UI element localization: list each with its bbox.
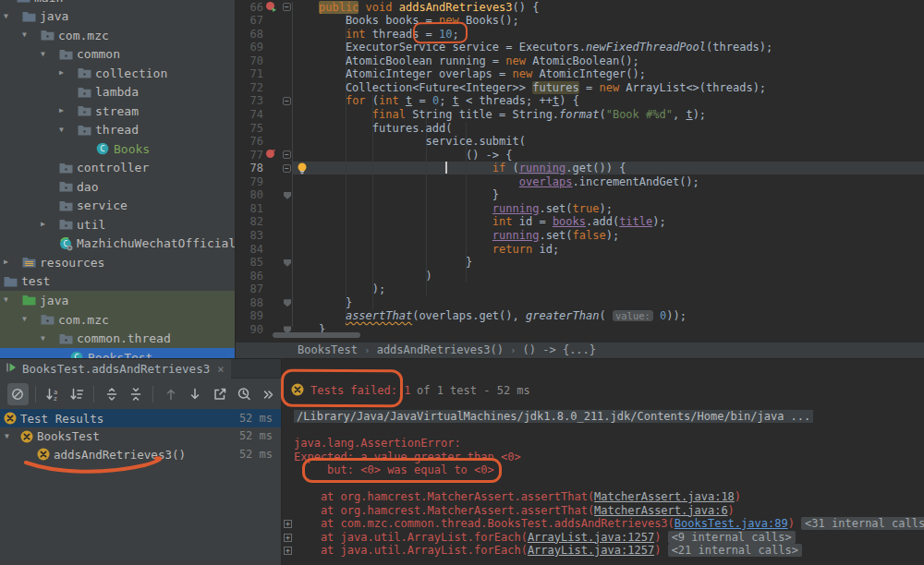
code-line-82[interactable]: 82 int id = books.add(title); xyxy=(236,215,924,229)
package-icon xyxy=(78,66,91,81)
expand-frames-icon[interactable]: + xyxy=(284,547,292,555)
code-line-77[interactable]: 77− () -> { xyxy=(236,148,924,162)
test-run-tab[interactable]: BooksTest.addsAndRetrieves3 × xyxy=(0,359,231,379)
chevron-expanded-icon[interactable]: ▼ xyxy=(59,126,64,134)
fold-marker-icon[interactable]: − xyxy=(283,97,291,105)
close-tab-icon[interactable]: × xyxy=(217,363,224,376)
next-failed-test-icon[interactable] xyxy=(185,383,206,405)
chevron-collapsed-icon[interactable]: ▶ xyxy=(41,220,45,228)
code-line-87[interactable]: 87 ); xyxy=(236,282,924,296)
sort-alphabetically-icon[interactable]: az xyxy=(42,383,63,405)
tree-item-com-mzc[interactable]: ▼com.mzc xyxy=(0,26,236,45)
previous-failed-test-icon[interactable] xyxy=(160,383,181,405)
more-options-icon[interactable] xyxy=(258,383,279,405)
tree-item-books[interactable]: CBooks xyxy=(0,139,236,159)
code-line-76[interactable]: 76 service.submit( xyxy=(236,135,924,149)
expand-frames-icon[interactable]: + xyxy=(284,534,292,542)
tree-item-util[interactable]: ▶util xyxy=(0,215,236,234)
test-tree-row-BooksTest[interactable]: ▼BooksTest52 ms xyxy=(0,427,282,446)
line-number: 90 xyxy=(236,323,263,336)
fold-marker-icon[interactable]: − xyxy=(283,164,291,173)
chevron-collapsed-icon[interactable]: ▶ xyxy=(59,68,64,77)
tree-item-test[interactable]: test xyxy=(0,272,236,292)
horizontal-scrollbar[interactable] xyxy=(273,332,360,338)
annotation-underline-failed-test-name xyxy=(18,454,183,480)
breadcrumb-item[interactable]: () -> {...} xyxy=(523,343,596,356)
tree-item-java[interactable]: ▼java xyxy=(0,7,236,27)
tree-item-java[interactable]: ▼java xyxy=(0,291,236,310)
code-line-71[interactable]: 71 AtomicInteger overlaps = new AtomicIn… xyxy=(236,67,924,81)
chevron-collapsed-icon[interactable]: ▶ xyxy=(59,106,64,114)
tree-item-com-mzc[interactable]: ▼com.mzc xyxy=(0,310,236,330)
editor-panel[interactable]: 66−public void addsAndRetrieves3() {67 B… xyxy=(236,0,924,342)
tree-item-common[interactable]: ▼common xyxy=(0,45,236,65)
code-line-88[interactable]: 88 } xyxy=(236,295,924,309)
code-line-67[interactable]: 67 Books books = new Books(); xyxy=(236,14,924,28)
chevron-expanded-icon[interactable]: ▼ xyxy=(5,432,9,440)
chevron-expanded-icon[interactable]: ▼ xyxy=(41,334,45,343)
line-number: 80 xyxy=(236,188,263,201)
code-line-73[interactable]: 73− for (int t = 0; t < threads; ++t) { xyxy=(236,94,924,108)
tree-item-lambda[interactable]: lambda xyxy=(0,83,236,102)
chevron-expanded-icon[interactable]: ▼ xyxy=(4,12,8,20)
breadcrumb-item[interactable]: BooksTest xyxy=(298,343,358,356)
tree-item-collection[interactable]: ▶collection xyxy=(0,64,236,83)
tree-item-label: thread xyxy=(95,123,139,137)
tree-item-service[interactable]: service xyxy=(0,197,236,216)
code-line-84[interactable]: 84 return id; xyxy=(236,242,924,256)
code-line-78[interactable]: 78− if (running.get()) { xyxy=(236,162,924,175)
tree-item-resources[interactable]: ▶resources xyxy=(0,253,236,272)
code-line-83[interactable]: 83 running.set(false); xyxy=(236,229,924,243)
tree-item-bookstest[interactable]: CBooksTest xyxy=(0,348,236,358)
code-line-66[interactable]: 66−public void addsAndRetrieves3() { xyxy=(236,0,924,14)
stack-trace-link[interactable]: MatcherAssert.java:18 xyxy=(594,490,735,503)
tree-item-dao[interactable]: dao xyxy=(0,177,236,197)
tree-item-main[interactable]: main xyxy=(0,0,236,7)
code-line-79[interactable]: 79 overlaps.incrementAndGet(); xyxy=(236,174,924,188)
tree-item-label: service xyxy=(77,198,128,212)
fold-end-marker-icon[interactable] xyxy=(284,192,291,199)
code-line-89[interactable]: 89 assertThat(overlaps.get(), greaterTha… xyxy=(236,309,924,323)
expand-frames-icon[interactable]: + xyxy=(284,520,292,528)
fold-end-marker-icon[interactable] xyxy=(284,259,291,267)
code-line-85[interactable]: 85 } xyxy=(236,256,924,270)
code-line-72[interactable]: 72 Collection<Future<Integer>> futures =… xyxy=(236,80,924,94)
tree-item-thread[interactable]: ▼thread xyxy=(0,121,236,140)
code-line-68[interactable]: 68 int threads = 10; xyxy=(236,27,924,41)
test-tree-row-Test-Results[interactable]: Test Results52 ms xyxy=(0,409,282,427)
chevron-expanded-icon[interactable]: ▼ xyxy=(22,315,27,323)
console-token: at com.mzc.common.thread.BooksTest.addsA… xyxy=(294,517,675,530)
tree-item-common-thread[interactable]: ▼common.thread xyxy=(0,330,236,349)
tree-item-stream[interactable]: ▶stream xyxy=(0,102,236,121)
breadcrumb-item[interactable]: addsAndRetrieves3() xyxy=(377,343,504,356)
code-line-74[interactable]: 74 final String title = String.format("B… xyxy=(236,107,924,121)
hide-passed-icon[interactable] xyxy=(7,383,29,405)
collapse-all-icon[interactable] xyxy=(126,383,147,405)
code-line-81[interactable]: 81 running.set(true); xyxy=(236,201,924,215)
console-token xyxy=(661,544,667,557)
expand-all-icon[interactable] xyxy=(101,383,122,405)
project-tree-panel: main▼java▼com.mzc▼common▶collectionlambd… xyxy=(0,0,236,358)
sort-by-duration-icon[interactable] xyxy=(67,383,88,405)
code-line-69[interactable]: 69 ExecutorService service = Executors.n… xyxy=(236,41,924,54)
chevron-expanded-icon[interactable]: ▼ xyxy=(4,295,8,304)
export-test-results-icon[interactable] xyxy=(209,383,230,405)
stack-trace-link[interactable]: BooksTest.java:89 xyxy=(675,517,788,530)
chevron-expanded-icon[interactable]: ▼ xyxy=(22,30,27,39)
stack-trace-link[interactable]: ArrayList.java:1257 xyxy=(528,544,654,557)
tree-item-controller[interactable]: controller xyxy=(0,159,236,178)
console-line: /Library/Java/JavaVirtualMachines/jdk1.8… xyxy=(283,410,924,424)
chevron-expanded-icon[interactable]: ▼ xyxy=(41,50,45,58)
code-line-86[interactable]: 86 ) xyxy=(236,269,924,282)
code-line-80[interactable]: 80 } xyxy=(236,188,924,202)
fold-marker-icon[interactable]: − xyxy=(283,3,291,11)
stack-trace-link[interactable]: MatcherAssert.java:6 xyxy=(594,504,728,517)
fold-marker-icon[interactable]: − xyxy=(283,150,291,159)
code-line-70[interactable]: 70 AtomicBoolean running = new AtomicBoo… xyxy=(236,54,924,67)
chevron-collapsed-icon[interactable]: ▶ xyxy=(4,258,8,266)
fold-end-marker-icon[interactable] xyxy=(284,299,291,307)
tree-item-mazhichuwechatofficialacco[interactable]: CMazhichuWechatOfficialAcco xyxy=(0,234,236,254)
stack-trace-link[interactable]: ArrayList.java:1257 xyxy=(528,531,654,544)
code-line-75[interactable]: 75 futures.add( xyxy=(236,121,924,135)
test-history-icon[interactable] xyxy=(234,383,255,405)
